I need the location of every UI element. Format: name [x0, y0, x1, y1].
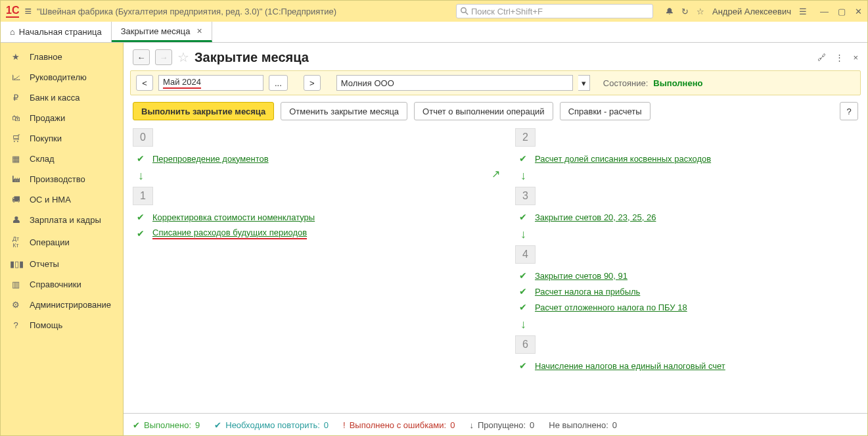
status-label: Выполнено: — [144, 420, 191, 430]
state-value: Выполнено — [653, 78, 702, 88]
check-icon: ✔ — [519, 212, 527, 222]
sidebar-item-catalogs[interactable]: ▥Справочники — [1, 274, 123, 295]
sidebar-item-assets[interactable]: 🚚︎ОС и НМА — [1, 189, 123, 210]
op-link[interactable]: Закрытие счетов 90, 91 — [535, 271, 628, 281]
tab-close-icon[interactable]: × — [196, 26, 202, 36]
app-logo: 1C — [6, 5, 19, 18]
check-icon: ✔ — [137, 153, 145, 164]
sidebar-label: Помощь — [30, 320, 62, 330]
minimize-button[interactable]: — — [820, 7, 829, 16]
op-row: ✔ Списание расходов будущих периодов — [133, 225, 476, 242]
sidebar-item-production[interactable]: 🏭︎Производство — [1, 169, 123, 189]
op-link[interactable]: Списание расходов будущих периодов — [152, 228, 307, 239]
arrow-down-icon: ↓ — [520, 318, 858, 331]
question-icon: ? — [10, 320, 22, 330]
sidebar-label: Производство — [30, 174, 85, 184]
bag-icon: 🛍︎ — [10, 113, 22, 123]
op-row: ✔ Корректировка стоимости номенклатуры — [133, 209, 476, 225]
search-placeholder: Поиск Ctrl+Shift+F — [471, 7, 543, 16]
close-icon[interactable]: × — [853, 53, 858, 62]
execute-button[interactable]: Выполнить закрытие месяца — [133, 102, 274, 120]
op-row: ✔ Начисление налогов на единый налоговый… — [515, 358, 858, 374]
stage-number: 1 — [133, 187, 153, 205]
truck-icon: 🚚︎ — [10, 195, 22, 205]
status-label: Пропущено: — [478, 420, 526, 430]
history-icon[interactable]: ↻ — [681, 7, 689, 16]
svg-line-1 — [466, 12, 468, 15]
op-link[interactable]: Расчет отложенного налога по ПБУ 18 — [535, 303, 687, 312]
person-icon: 👤︎ — [10, 215, 22, 225]
refs-button[interactable]: Справки - расчеты — [560, 102, 651, 120]
sidebar-item-help[interactable]: ?Помощь — [1, 315, 123, 335]
sidebar-item-reports[interactable]: ▮▯▮Отчеты — [1, 254, 123, 274]
favorite-icon[interactable]: ☆ — [177, 49, 189, 65]
report-button[interactable]: Отчет о выполнении операций — [414, 102, 553, 120]
help-button[interactable]: ? — [840, 102, 858, 120]
link-icon[interactable]: 🔗︎ — [817, 53, 826, 62]
tab-home-label: Начальная страница — [19, 27, 102, 37]
check-icon: ✔ — [519, 270, 527, 281]
nav-back-button[interactable]: ← — [133, 49, 150, 65]
op-link[interactable]: Начисление налогов на единый налоговый с… — [535, 361, 725, 371]
period-value: Май 2024 — [163, 77, 201, 89]
check-icon: ✔ — [519, 286, 527, 297]
nav-forward-button[interactable]: → — [155, 49, 172, 65]
search-input[interactable]: Поиск Ctrl+Shift+F — [456, 4, 653, 18]
sidebar-label: Справочники — [30, 279, 81, 289]
status-errors: ! Выполнено с ошибками: 0 — [343, 420, 455, 430]
menu-icon[interactable]: ≡ — [24, 5, 32, 18]
home-icon: ⌂ — [10, 27, 15, 37]
cancel-button[interactable]: Отменить закрытие месяца — [281, 102, 407, 120]
period-input[interactable]: Май 2024 — [158, 75, 263, 91]
op-link[interactable]: Закрытие счетов 20, 23, 25, 26 — [535, 212, 656, 222]
op-row: ✔ Расчет отложенного налога по ПБУ 18 — [515, 299, 858, 315]
sidebar-item-hr[interactable]: 👤︎Зарплата и кадры — [1, 210, 123, 230]
star-icon[interactable]: ☆ — [697, 7, 704, 16]
title-actions: 🔔︎ ↻ ☆ Андрей Алексеевич ☰ — [665, 7, 807, 16]
bell-icon[interactable]: 🔔︎ — [665, 7, 674, 16]
stage-number: 0 — [133, 128, 153, 147]
op-link[interactable]: Расчет долей списания косвенных расходов — [535, 154, 711, 164]
sidebar-item-main[interactable]: ★Главное — [1, 47, 123, 67]
sidebar-item-manager[interactable]: 📈︎Руководителю — [1, 67, 123, 87]
period-picker-button[interactable]: ... — [269, 75, 288, 91]
status-value: 0 — [450, 420, 455, 430]
sidebar-item-purchases[interactable]: 🛒︎Покупки — [1, 128, 123, 149]
period-next-button[interactable]: > — [304, 75, 321, 91]
maximize-button[interactable]: ▢ — [838, 7, 846, 16]
settings-icon[interactable]: ☰ — [799, 7, 807, 16]
close-button[interactable]: ✕ — [855, 7, 862, 16]
status-value: 9 — [195, 420, 200, 430]
tab-active[interactable]: Закрытие месяца × — [112, 22, 212, 42]
op-link[interactable]: Расчет налога на прибыль — [535, 287, 640, 297]
op-row: ✔ Расчет долей списания косвенных расход… — [515, 151, 858, 166]
op-link[interactable]: Перепроведение документов — [152, 154, 269, 164]
search-icon — [461, 7, 468, 15]
sidebar-item-operations[interactable]: ДтКтОперации — [1, 230, 123, 254]
tab-home[interactable]: ⌂ Начальная страница — [1, 22, 112, 42]
toolbar: Выполнить закрытие месяца Отменить закры… — [124, 95, 867, 127]
content-header: ← → ☆ Закрытие месяца 🔗︎ ⋮ × — [124, 43, 867, 70]
gear-icon: ⚙ — [10, 300, 22, 310]
sidebar-label: Склад — [30, 154, 55, 164]
status-label: Необходимо повторить: — [225, 420, 320, 430]
org-input[interactable]: Молния ООО — [336, 75, 573, 91]
op-link[interactable]: Корректировка стоимости номенклатуры — [152, 212, 315, 222]
sidebar-item-admin[interactable]: ⚙Администрирование — [1, 295, 123, 315]
org-dropdown-button[interactable]: ▾ — [578, 75, 590, 91]
user-name[interactable]: Андрей Алексеевич — [712, 7, 791, 16]
state-label: Состояние: — [603, 78, 648, 88]
sidebar-item-sales[interactable]: 🛍︎Продажи — [1, 108, 123, 128]
sidebar-item-warehouse[interactable]: ▦Склад — [1, 149, 123, 169]
sidebar-item-bank[interactable]: ₽Банк и касса — [1, 87, 123, 108]
stage-number: 6 — [515, 335, 536, 354]
more-icon[interactable]: ⋮ — [835, 53, 844, 62]
check-icon: ✔ — [519, 302, 527, 312]
ops-area: 0 ✔ Перепроведение документов ↓ 1 ✔ Корр… — [124, 127, 867, 413]
org-value: Молния ООО — [341, 78, 394, 88]
stage-number: 4 — [515, 245, 536, 264]
status-label: Выполнено с ошибками: — [350, 420, 447, 430]
period-prev-button[interactable]: < — [136, 75, 153, 91]
filter-bar: < Май 2024 ... > Молния ООО ▾ Состояние:… — [130, 70, 861, 95]
stage-number: 3 — [515, 187, 536, 205]
